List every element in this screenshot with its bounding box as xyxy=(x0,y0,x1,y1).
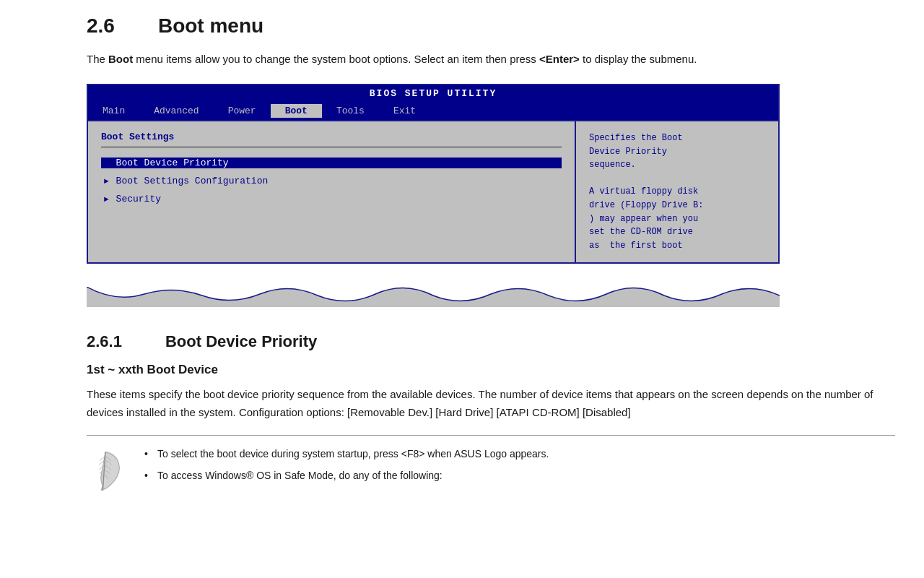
intro-text-2: menu items allow you to change the syste… xyxy=(133,53,539,65)
bios-menu-advanced[interactable]: Advanced xyxy=(139,104,213,118)
note-item-2: To access Windows® OS in Safe Mode, do a… xyxy=(144,467,549,483)
bios-menu-power[interactable]: Power xyxy=(214,104,271,118)
bios-titlebar: BIOS SETUP UTILITY xyxy=(88,85,778,102)
bios-entry-label-1: Boot Device Priority xyxy=(116,158,229,168)
note-content: To select the boot device during system … xyxy=(144,446,549,490)
note-icon xyxy=(87,449,127,494)
bios-entry-label-3: Security xyxy=(116,194,161,204)
bios-entry-security[interactable]: ► Security xyxy=(101,194,562,204)
bios-menu-main[interactable]: Main xyxy=(88,104,139,118)
bios-menubar: Main Advanced Power Boot Tools Exit xyxy=(88,102,778,120)
section-title: Boot menu xyxy=(158,14,263,37)
subsection-261-title: Boot Device Priority xyxy=(165,332,317,350)
note-container: To select the boot device during system … xyxy=(87,435,895,494)
bios-arrow-2: ► xyxy=(104,177,109,186)
intro-enter: <Enter> xyxy=(539,53,580,65)
bios-arrow-1: ► xyxy=(104,159,109,168)
bios-window: BIOS SETUP UTILITY Main Advanced Power B… xyxy=(87,84,780,264)
bios-section-title: Boot Settings xyxy=(101,131,562,142)
note-list: To select the boot device during system … xyxy=(144,446,549,484)
bios-side-text: Specifies the Boot Device Priority seque… xyxy=(589,131,765,252)
bios-wave xyxy=(87,287,780,307)
intro-bold: Boot xyxy=(108,53,133,65)
bios-title: BIOS SETUP UTILITY xyxy=(370,88,497,99)
quill-icon xyxy=(87,449,124,492)
subsection-261-number: 2.6.1 xyxy=(87,332,122,350)
section-intro: The Boot menu items allow you to change … xyxy=(87,51,895,68)
section-number: 2.6 xyxy=(87,14,115,37)
bios-menu-exit[interactable]: Exit xyxy=(379,104,430,118)
bios-entry-boot-device-priority[interactable]: ► Boot Device Priority xyxy=(101,158,562,168)
bios-side-panel: Specifies the Boot Device Priority seque… xyxy=(576,121,778,262)
subsection-261-heading: 2.6.1Boot Device Priority xyxy=(87,332,895,351)
bios-body: Boot Settings ► Boot Device Priority ► B… xyxy=(88,120,778,262)
body-text-boot-device: These items specify the boot device prio… xyxy=(87,386,895,422)
intro-text-1: The xyxy=(87,53,108,65)
bios-main-panel: Boot Settings ► Boot Device Priority ► B… xyxy=(88,121,576,262)
intro-text-3: to display the submenu. xyxy=(580,53,697,65)
bios-divider xyxy=(101,147,562,147)
bios-screenshot: BIOS SETUP UTILITY Main Advanced Power B… xyxy=(87,84,780,309)
section-heading: 2.6Boot menu xyxy=(87,14,895,38)
bios-arrow-3: ► xyxy=(104,195,109,204)
bios-entry-boot-settings-config[interactable]: ► Boot Settings Configuration xyxy=(101,176,562,186)
subsubsection-heading: 1st ~ xxth Boot Device xyxy=(87,363,895,377)
bios-menu-tools[interactable]: Tools xyxy=(322,104,379,118)
bios-entry-label-2: Boot Settings Configuration xyxy=(116,176,269,186)
note-item-1: To select the boot device during system … xyxy=(144,446,549,462)
bios-menu-boot[interactable]: Boot xyxy=(271,104,322,118)
